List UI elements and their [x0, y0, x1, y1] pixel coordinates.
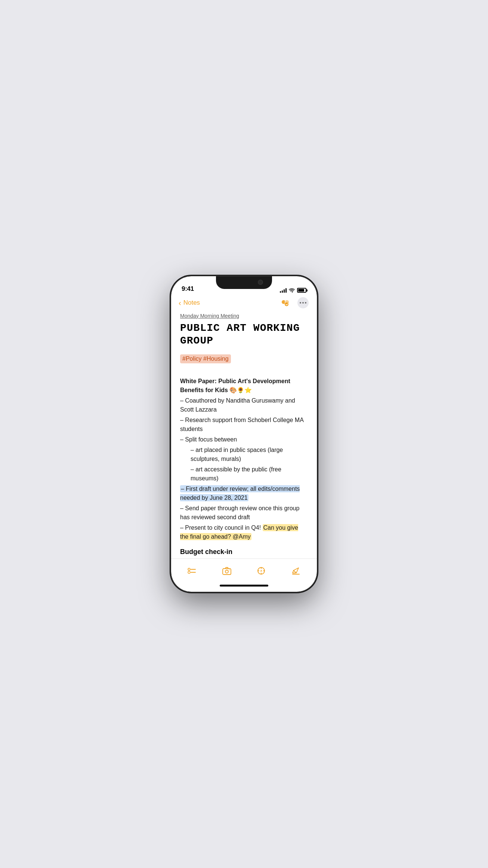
bullet-split: – Split focus between — [180, 435, 308, 444]
note-content: Monday Morning Meeting Public Art Workin… — [171, 313, 317, 558]
bullet-art1: – art placed in public spaces (large scu… — [180, 446, 308, 464]
svg-point-11 — [225, 570, 228, 573]
note-subtitle: Monday Morning Meeting — [180, 313, 308, 319]
white-paper-title: White Paper: Public Art's Development Be… — [180, 377, 308, 395]
note-body: White Paper: Public Art's Development Be… — [180, 377, 308, 541]
svg-point-4 — [285, 302, 288, 306]
phone-device: 9:41 ‹ — [171, 276, 317, 592]
checklist-icon — [187, 566, 197, 576]
white-paper-title-text: White Paper: Public Art's Development Be… — [180, 378, 290, 393]
home-indicator — [171, 579, 317, 592]
note-title: Public Art Working Group — [180, 322, 308, 347]
ellipsis-icon — [297, 297, 309, 308]
battery-icon — [297, 288, 306, 293]
camera-icon — [222, 566, 232, 576]
nav-bar: ‹ Notes — [171, 295, 317, 313]
budget-title: Budget check-in — [180, 548, 308, 556]
svg-point-6 — [188, 571, 190, 573]
signal-icon — [280, 288, 287, 293]
bullet-present: – Present to city council in Q4! Can you… — [180, 523, 308, 541]
hashtag-highlight: #Policy #Housing — [180, 354, 231, 363]
budget-section: Budget check-in Recap of Q2 finances fro… — [180, 548, 308, 558]
bottom-toolbar — [171, 558, 317, 579]
wifi-icon — [289, 288, 295, 293]
camera-button[interactable] — [217, 563, 236, 579]
subtitle-underlined: Monday Morning — [180, 313, 219, 319]
svg-point-12 — [229, 570, 229, 570]
back-label: Notes — [183, 299, 200, 307]
checklist-button[interactable] — [183, 563, 201, 579]
bullet-present-before: – Present to city council in Q4! — [180, 524, 263, 531]
home-indicator-bar — [220, 585, 268, 587]
bullet-art2: – art accessible by the public (free mus… — [180, 465, 308, 483]
bullet-research: – Research support from Schoberl College… — [180, 416, 308, 434]
collaboration-icon — [279, 297, 291, 308]
collaboration-button[interactable] — [279, 296, 291, 309]
chevron-left-icon: ‹ — [179, 299, 181, 307]
hashtag-row: #Policy #Housing — [180, 354, 308, 370]
back-button[interactable]: ‹ Notes — [179, 299, 200, 307]
svg-rect-18 — [292, 574, 300, 575]
phone-screen: 9:41 ‹ — [171, 276, 317, 592]
nav-actions — [279, 296, 309, 309]
blue-highlight-text: – First draft under review; all edits/co… — [180, 485, 300, 501]
bullet-coauthor: – Coauthored by Nanditha Guruswamy and S… — [180, 396, 308, 414]
bullet-send: – Send paper through review once this gr… — [180, 504, 308, 522]
phone-notch — [216, 276, 272, 289]
subtitle-rest: Meeting — [219, 313, 239, 319]
status-time: 9:41 — [182, 285, 194, 293]
compose-icon — [291, 566, 301, 576]
svg-rect-10 — [223, 569, 231, 575]
front-camera — [258, 280, 263, 285]
status-icons — [280, 288, 306, 293]
compose-button[interactable] — [287, 563, 305, 579]
bullet-first-draft: – First draft under review; all edits/co… — [180, 484, 308, 502]
more-button[interactable] — [297, 296, 309, 309]
location-button[interactable] — [252, 563, 271, 579]
location-icon — [256, 566, 266, 576]
